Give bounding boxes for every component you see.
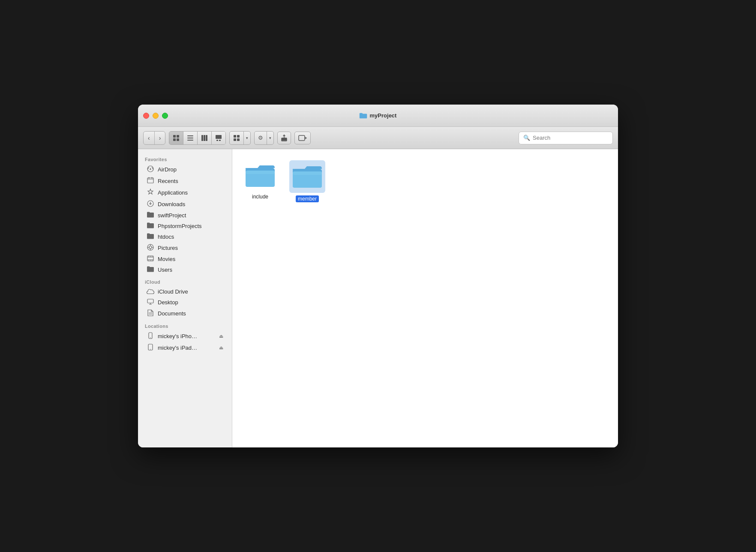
traffic-lights: [143, 113, 168, 119]
sidebar-item-htdocs[interactable]: htdocs: [140, 231, 230, 242]
sidebar-item-movies-label: Movies: [158, 256, 175, 262]
titlebar-center: myProject: [360, 112, 397, 119]
view-icon-button[interactable]: [169, 132, 183, 144]
svg-rect-3: [177, 138, 179, 141]
svg-rect-23: [152, 177, 153, 179]
sidebar-item-airdrop[interactable]: AirDrop: [140, 164, 230, 175]
file-item-include[interactable]: include: [241, 158, 279, 205]
minimize-button[interactable]: [153, 113, 159, 119]
include-folder-icon-wrap: [243, 160, 277, 191]
search-box[interactable]: 🔍: [519, 132, 613, 144]
finder-window: myProject ‹ ›: [138, 105, 618, 447]
svg-rect-5: [187, 138, 193, 138]
folder-icon: [360, 113, 367, 119]
share-button[interactable]: [277, 132, 291, 144]
forward-button[interactable]: ›: [155, 132, 165, 144]
group-icon[interactable]: [230, 132, 244, 144]
sidebar-item-recents[interactable]: Recents: [140, 175, 230, 187]
svg-rect-12: [219, 140, 221, 141]
iphone-eject-icon[interactable]: ⏏: [219, 333, 223, 339]
recents-icon: [147, 177, 154, 185]
users-folder-icon: [147, 266, 154, 273]
sidebar-item-iphone-label: mickey's iPho…: [158, 333, 197, 339]
sidebar-item-icloud-drive[interactable]: iCloud Drive: [140, 286, 230, 297]
svg-rect-7: [201, 135, 203, 141]
svg-point-26: [149, 246, 152, 249]
maximize-button[interactable]: [162, 113, 168, 119]
grid-icon: [173, 135, 180, 141]
sidebar-item-iphone[interactable]: mickey's iPho… ⏏: [140, 330, 230, 342]
group-svg-icon: [233, 135, 240, 141]
svg-rect-1: [177, 135, 179, 138]
group-view-button[interactable]: ▾: [229, 131, 251, 145]
sidebar-item-movies[interactable]: Movies: [140, 254, 230, 264]
close-button[interactable]: [143, 113, 149, 119]
svg-rect-2: [173, 138, 176, 141]
svg-rect-4: [187, 135, 193, 136]
main-content: Favorites AirDrop: [138, 149, 618, 447]
include-label: include: [252, 194, 268, 200]
svg-rect-6: [187, 140, 193, 141]
sidebar-item-applications-label: Applications: [158, 189, 188, 196]
sidebar-item-documents-label: Documents: [158, 310, 186, 317]
sidebar-item-airdrop-label: AirDrop: [158, 166, 177, 173]
sidebar-item-users-label: Users: [158, 267, 172, 273]
group-arrow[interactable]: ▾: [244, 132, 250, 144]
search-input[interactable]: [533, 135, 608, 141]
gallery-icon: [215, 135, 222, 141]
svg-rect-18: [299, 135, 305, 141]
share-icon: [281, 135, 287, 141]
back-button[interactable]: ‹: [144, 132, 155, 144]
tag-icon: [298, 135, 307, 141]
list-icon: [187, 135, 194, 141]
columns-icon: [201, 135, 208, 141]
sidebar-item-users[interactable]: Users: [140, 264, 230, 275]
locations-header: Locations: [138, 319, 232, 330]
sidebar-item-phpstorm[interactable]: PhpstormProjects: [140, 221, 230, 231]
svg-point-46: [150, 349, 151, 350]
svg-rect-49: [246, 171, 275, 174]
gear-arrow-icon[interactable]: ▾: [267, 132, 273, 144]
gear-icon[interactable]: ⚙: [255, 132, 267, 144]
svg-rect-15: [234, 138, 236, 141]
sidebar-item-desktop-label: Desktop: [158, 299, 178, 306]
desktop-icon: [147, 299, 154, 306]
sidebar-item-ipad[interactable]: mickey's iPad… ⏏: [140, 342, 230, 354]
view-list-button[interactable]: [183, 132, 198, 144]
action-gear-button[interactable]: ⚙ ▾: [254, 131, 274, 145]
view-gallery-button[interactable]: [212, 132, 225, 144]
sidebar-item-phpstorm-label: PhpstormProjects: [158, 223, 202, 229]
sidebar-item-recents-label: Recents: [158, 178, 178, 184]
file-area: include: [232, 149, 618, 447]
view-columns-button[interactable]: [198, 132, 212, 144]
sidebar-item-pictures-label: Pictures: [158, 245, 178, 251]
sidebar-item-icloud-label: iCloud Drive: [158, 288, 188, 295]
file-grid: include: [241, 158, 609, 205]
sidebar-item-pictures[interactable]: Pictures: [140, 242, 230, 254]
svg-rect-13: [234, 135, 236, 138]
svg-rect-40: [147, 299, 153, 303]
tag-button[interactable]: [294, 132, 311, 144]
toolbar: ‹ ›: [138, 127, 618, 149]
icloud-drive-icon: [147, 288, 154, 295]
view-buttons-group: [169, 131, 226, 145]
airdrop-icon: [147, 165, 154, 174]
pictures-icon: [147, 244, 154, 252]
sidebar-item-applications[interactable]: Applications: [140, 187, 230, 198]
applications-icon: [147, 189, 154, 197]
file-item-member[interactable]: member: [288, 158, 327, 205]
sidebar-item-desktop[interactable]: Desktop: [140, 297, 230, 308]
member-folder-icon-wrap: [289, 160, 325, 193]
member-label: member: [296, 195, 319, 202]
sidebar-item-downloads[interactable]: Downloads: [140, 198, 230, 210]
sidebar-item-htdocs-label: htdocs: [158, 234, 174, 240]
sidebar-item-swiftproject[interactable]: swiftProject: [140, 210, 230, 221]
htdocs-icon: [147, 233, 154, 240]
svg-rect-52: [293, 171, 322, 175]
svg-rect-9: [206, 135, 207, 141]
sidebar-item-documents[interactable]: Documents: [140, 308, 230, 319]
sidebar-item-ipad-label: mickey's iPad…: [158, 345, 197, 351]
ipad-eject-icon[interactable]: ⏏: [219, 345, 223, 351]
svg-rect-11: [216, 140, 218, 141]
nav-buttons: ‹ ›: [143, 131, 165, 145]
